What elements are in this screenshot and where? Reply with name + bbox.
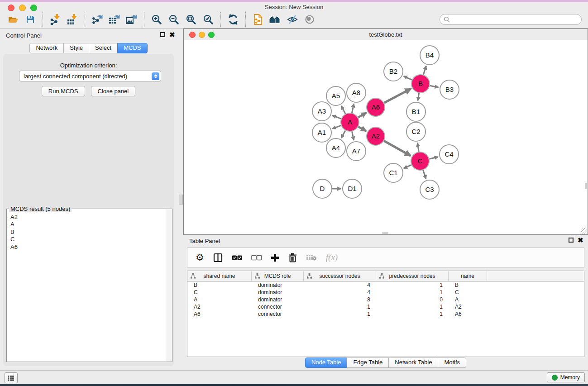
table-row[interactable]: Cdominator41C — [187, 289, 584, 296]
table-row[interactable]: Bdominator41B — [187, 281, 584, 289]
window-resize-grip[interactable] — [581, 228, 587, 234]
function-builder-icon[interactable]: f(x) — [326, 253, 338, 262]
show-details-icon[interactable] — [301, 12, 318, 27]
tab-edge-table[interactable]: Edge Table — [347, 357, 389, 368]
table-cell[interactable]: 1 — [376, 311, 449, 317]
horizontal-scrollbar-thumb[interactable] — [382, 232, 388, 234]
mcds-result-item[interactable]: A2 — [10, 214, 163, 221]
table-cell[interactable]: A6 — [187, 311, 252, 317]
table-cell[interactable]: C — [187, 289, 252, 295]
table-cell[interactable]: 1 — [376, 304, 449, 310]
hide-details-icon[interactable] — [284, 12, 301, 27]
tab-network-table[interactable]: Network Table — [388, 357, 438, 368]
zoom-in-icon[interactable] — [148, 12, 165, 27]
graph-edge-B-B4[interactable] — [423, 66, 426, 75]
table-cell[interactable]: 1 — [376, 282, 449, 288]
new-session-icon[interactable] — [249, 12, 267, 27]
delete-table-icon[interactable] — [306, 254, 317, 261]
tab-select[interactable]: Select — [89, 43, 118, 53]
tab-motifs[interactable]: Motifs — [438, 357, 466, 368]
settings-gear-icon[interactable]: ⚙ — [196, 253, 204, 262]
graph-edge-A-A2[interactable] — [358, 127, 366, 131]
tab-node-table[interactable]: Node Table — [305, 357, 348, 368]
import-network-icon[interactable] — [47, 12, 64, 27]
graph-edge-A-A5[interactable] — [341, 106, 345, 114]
table-cell[interactable]: B — [187, 282, 252, 288]
table-cell[interactable]: 0 — [376, 296, 449, 303]
close-table-panel-icon[interactable]: ✖ — [578, 238, 583, 243]
column-header-mcds-role[interactable]: MCDS role — [252, 271, 304, 281]
select-all-icon[interactable] — [232, 255, 242, 261]
task-history-button[interactable] — [5, 372, 18, 383]
float-table-panel-icon[interactable] — [569, 238, 574, 243]
graph-edge-A-A7[interactable] — [352, 132, 354, 140]
close-panel-button[interactable]: Close panel — [91, 86, 136, 96]
network-canvas[interactable]: B4B2BB3A8A5A6B1A3AC2A1A2A4A7C4CC1DD1C3 — [184, 40, 588, 234]
graph-edge-B-B1[interactable] — [418, 93, 419, 101]
table-cell[interactable]: connector — [252, 311, 304, 317]
column-layout-icon[interactable] — [213, 253, 223, 262]
save-session-icon[interactable] — [22, 12, 39, 27]
zoom-fit-icon[interactable] — [182, 12, 200, 27]
graph-edge-C-C4[interactable] — [429, 157, 438, 159]
graph-edge-B-B2[interactable] — [404, 76, 412, 80]
graph-edge-B-B3[interactable] — [430, 86, 439, 87]
unselect-all-icon[interactable] — [251, 255, 262, 261]
table-cell[interactable]: connector — [252, 304, 304, 310]
export-image-icon[interactable] — [123, 12, 140, 27]
zoom-selected-icon[interactable] — [200, 12, 217, 27]
add-column-icon[interactable] — [271, 253, 279, 262]
open-session-icon[interactable] — [5, 12, 22, 27]
close-panel-icon[interactable]: ✖ — [169, 32, 175, 37]
float-panel-icon[interactable] — [160, 32, 165, 37]
table-cell[interactable]: dominator — [252, 289, 304, 295]
mcds-result-item[interactable]: B — [10, 229, 163, 236]
graph-edge-C-C1[interactable] — [404, 165, 411, 168]
table-cell[interactable]: A2 — [449, 304, 487, 310]
table-cell[interactable]: 1 — [304, 311, 376, 317]
column-header-name[interactable]: name — [449, 271, 487, 281]
column-header-successor-nodes[interactable]: successor nodes — [304, 271, 376, 281]
zoom-out-icon[interactable] — [165, 12, 182, 27]
vertical-scrollbar-thumb[interactable] — [585, 183, 587, 189]
export-network-icon[interactable] — [89, 12, 106, 27]
run-mcds-button[interactable]: Run MCDS — [42, 86, 85, 96]
table-cell[interactable]: dominator — [252, 282, 304, 288]
import-table-icon[interactable] — [64, 12, 81, 27]
search-field[interactable] — [440, 14, 582, 25]
table-row[interactable]: A6connector11A6 — [187, 310, 584, 318]
tab-style[interactable]: Style — [63, 43, 89, 53]
tab-mcds[interactable]: MCDS — [117, 43, 147, 53]
table-cell[interactable]: B — [449, 282, 487, 288]
home-icon[interactable] — [267, 12, 284, 27]
column-header-shared-name[interactable]: shared name — [187, 271, 252, 281]
table-cell[interactable]: dominator — [252, 296, 304, 303]
table-cell[interactable]: A — [449, 296, 487, 303]
graph-edge-A2-C[interactable] — [384, 141, 411, 156]
table-row[interactable]: A2connector11A2 — [187, 303, 584, 310]
mcds-result-item[interactable]: A6 — [10, 243, 163, 251]
graph-edge-A6-B[interactable] — [384, 89, 411, 103]
panel-divider-handle[interactable] — [179, 195, 183, 205]
graph-edge-A-A4[interactable] — [341, 130, 345, 138]
graph-edge-A-A8[interactable] — [352, 104, 354, 113]
mcds-result-item[interactable]: A — [10, 221, 163, 228]
delete-column-icon[interactable] — [288, 253, 297, 262]
table-cell[interactable]: 1 — [376, 289, 449, 295]
select-stepper-icon[interactable] — [152, 72, 159, 80]
table-cell[interactable]: 4 — [304, 289, 376, 295]
table-cell[interactable]: 8 — [304, 296, 376, 303]
export-table-icon[interactable] — [106, 12, 123, 27]
tab-network[interactable]: Network — [29, 43, 64, 53]
mcds-result-item[interactable]: C — [10, 236, 163, 243]
graph-edge-A-A3[interactable] — [332, 115, 341, 119]
mcds-result-scrollbar[interactable] — [166, 209, 172, 362]
graph-edge-A-A1[interactable] — [332, 125, 341, 129]
table-cell[interactable]: A2 — [187, 304, 252, 310]
table-cell[interactable]: A — [187, 296, 252, 303]
criterion-select[interactable]: largest connected component (directed) — [19, 71, 161, 81]
table-row[interactable]: Adominator80A — [187, 296, 584, 303]
column-header-predecessor-nodes[interactable]: predecessor nodes — [376, 271, 449, 281]
table-cell[interactable]: 4 — [304, 282, 376, 288]
search-input[interactable] — [452, 16, 578, 23]
